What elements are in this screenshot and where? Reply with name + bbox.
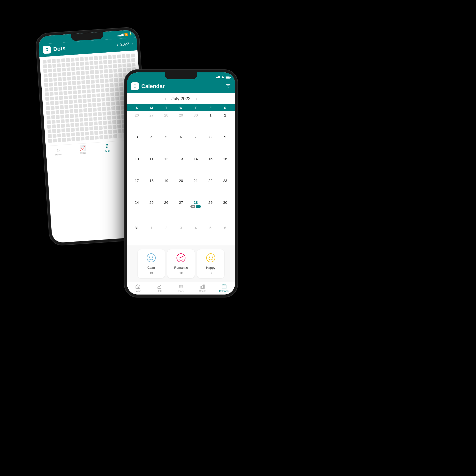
dot-cell[interactable] [51, 115, 55, 119]
dot-cell[interactable] [47, 120, 51, 124]
dot-cell[interactable] [76, 132, 80, 136]
dot-cell[interactable] [63, 86, 67, 90]
dot-cell[interactable] [127, 59, 131, 62]
dot-cell[interactable] [96, 89, 100, 93]
cal-cell[interactable]: 12 [159, 155, 174, 177]
dot-cell[interactable] [48, 73, 52, 77]
dot-cell[interactable] [115, 92, 119, 96]
dot-cell[interactable] [68, 86, 72, 90]
dot-cell[interactable] [103, 60, 107, 64]
cal-cell[interactable]: 29 [174, 111, 188, 133]
dot-cell[interactable] [74, 104, 78, 108]
dot-cell[interactable] [48, 69, 52, 73]
dot-cell[interactable] [110, 88, 114, 92]
dot-cell[interactable] [67, 72, 71, 76]
dot-cell[interactable] [91, 84, 95, 88]
dot-cell[interactable] [52, 129, 56, 133]
dot-cell[interactable] [84, 113, 88, 117]
dot-cell[interactable] [55, 106, 59, 110]
dot-cell[interactable] [93, 117, 97, 121]
dot-cell[interactable] [53, 68, 57, 72]
dot-cell[interactable] [106, 102, 110, 106]
dot-cell[interactable] [119, 82, 123, 86]
dot-cell[interactable] [46, 111, 50, 115]
dot-cell[interactable] [80, 132, 84, 136]
dot-cell[interactable] [83, 108, 87, 112]
dot-cell[interactable] [57, 63, 61, 67]
dot-cell[interactable] [122, 63, 126, 67]
dot-cell[interactable] [58, 82, 62, 86]
dot-cell[interactable] [49, 83, 53, 87]
dot-cell[interactable] [103, 56, 107, 60]
dot-cell[interactable] [51, 111, 55, 115]
dot-cell[interactable] [100, 84, 104, 88]
dot-cell[interactable] [108, 60, 112, 64]
dot-cell[interactable] [87, 89, 91, 93]
dot-cell[interactable] [71, 58, 75, 62]
dot-cell[interactable] [112, 116, 116, 119]
dot-cell[interactable] [86, 71, 89, 75]
prev-month-arrow[interactable]: ‹ [165, 96, 166, 101]
dot-cell[interactable] [108, 55, 112, 59]
dot-cell[interactable] [112, 55, 116, 59]
dot-cell[interactable] [97, 103, 101, 107]
dot-cell[interactable] [79, 109, 83, 113]
dot-cell[interactable] [89, 122, 93, 126]
dot-cell[interactable] [114, 78, 118, 82]
dot-cell[interactable] [88, 99, 91, 103]
dot-cell[interactable] [62, 72, 66, 76]
cal-cell[interactable]: 13 [174, 155, 188, 177]
nav-home-front[interactable]: Home [127, 284, 149, 293]
dot-cell[interactable] [75, 118, 79, 122]
cal-cell[interactable]: 2 [159, 224, 174, 245]
dot-cell[interactable] [94, 121, 98, 125]
dot-cell[interactable] [44, 83, 48, 87]
dot-cell[interactable] [57, 129, 61, 133]
dot-cell[interactable] [120, 101, 124, 105]
dot-cell[interactable] [66, 67, 70, 71]
dot-cell[interactable] [45, 88, 49, 91]
dot-cell[interactable] [64, 100, 68, 104]
dot-cell[interactable] [57, 59, 60, 63]
dot-cell[interactable] [116, 101, 119, 105]
dot-cell[interactable] [47, 59, 51, 63]
dot-cell[interactable] [59, 87, 62, 90]
dot-cell[interactable] [127, 63, 131, 67]
filter-icon[interactable] [226, 83, 231, 90]
nav-dots-back[interactable]: ⠿ Dots [95, 143, 120, 153]
dot-cell[interactable] [82, 85, 86, 89]
cal-cell[interactable]: 11 [144, 155, 159, 177]
dot-cell[interactable] [90, 70, 94, 74]
dot-cell[interactable] [117, 125, 121, 129]
dot-cell[interactable] [53, 134, 57, 138]
dot-cell[interactable] [56, 115, 60, 119]
dot-cell[interactable] [117, 115, 120, 119]
dot-cell[interactable] [95, 75, 99, 79]
dot-cell[interactable] [75, 123, 79, 127]
dot-cell[interactable] [90, 75, 94, 79]
dot-cell[interactable] [110, 92, 114, 96]
dot-cell[interactable] [118, 129, 121, 133]
dot-cell[interactable] [82, 90, 86, 94]
cal-cell[interactable]: 10 [129, 155, 144, 177]
dot-cell[interactable] [122, 54, 126, 58]
dot-cell[interactable] [113, 125, 117, 129]
dot-cell[interactable] [89, 61, 93, 65]
nav-stats-back[interactable]: 📈 Stats [70, 144, 95, 155]
dot-cell[interactable] [93, 108, 97, 112]
dot-cell[interactable] [103, 125, 107, 129]
dot-cell[interactable] [56, 110, 60, 114]
dot-cell[interactable] [61, 124, 65, 128]
dot-cell[interactable] [103, 121, 107, 125]
dot-cell[interactable] [84, 118, 88, 121]
cal-cell[interactable]: 282x1x [188, 198, 203, 224]
dot-cell[interactable] [104, 135, 108, 139]
dot-cell[interactable] [93, 112, 97, 116]
dot-cell[interactable] [76, 67, 80, 71]
dot-cell[interactable] [89, 113, 92, 117]
dot-cell[interactable] [67, 138, 71, 142]
dot-cell[interactable] [45, 92, 49, 96]
dot-cell[interactable] [57, 68, 61, 72]
dot-cell[interactable] [100, 74, 104, 78]
cal-cell[interactable]: 3 [174, 224, 188, 245]
